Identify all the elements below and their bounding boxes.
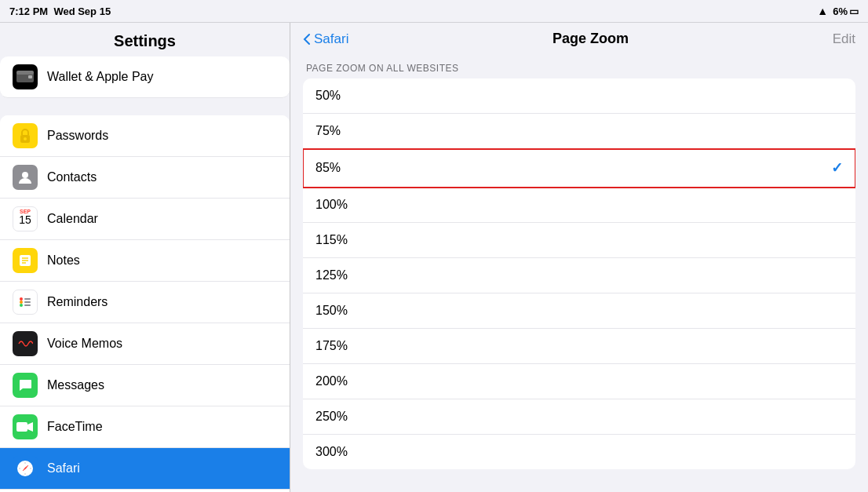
facetime-icon bbox=[13, 414, 38, 439]
group-separator-1 bbox=[0, 100, 290, 115]
sidebar-label-notes: Notes bbox=[47, 253, 80, 268]
svg-rect-15 bbox=[24, 304, 31, 306]
zoom-option-175[interactable]: 175% bbox=[303, 329, 855, 364]
zoom-option-150[interactable]: 150% bbox=[303, 293, 855, 329]
sidebar-item-reminders[interactable]: Reminders bbox=[0, 282, 290, 323]
zoom-label-85: 85% bbox=[315, 161, 341, 175]
svg-point-12 bbox=[20, 304, 23, 307]
contacts-icon bbox=[13, 165, 38, 190]
svg-rect-16 bbox=[16, 422, 27, 432]
zoom-option-250[interactable]: 250% bbox=[303, 399, 855, 435]
sidebar: Settings Wallet & Apple Pay Passwords bbox=[0, 23, 290, 492]
zoom-label-200: 200% bbox=[315, 374, 348, 388]
section-header: PAGE ZOOM ON ALL WEBSITES bbox=[306, 63, 855, 74]
zoom-label-115: 115% bbox=[315, 233, 348, 247]
battery-level: 6% ▭ bbox=[833, 5, 859, 17]
sidebar-list: Wallet & Apple Pay Passwords Contacts bbox=[0, 56, 290, 492]
main-layout: Settings Wallet & Apple Pay Passwords bbox=[0, 22, 868, 492]
sidebar-item-facetime[interactable]: FaceTime bbox=[0, 406, 290, 448]
sidebar-label-passwords: Passwords bbox=[47, 129, 108, 143]
sidebar-label-reminders: Reminders bbox=[47, 295, 108, 309]
sidebar-item-passwords[interactable]: Passwords bbox=[0, 115, 290, 157]
svg-rect-1 bbox=[16, 71, 34, 75]
svg-point-5 bbox=[22, 172, 28, 178]
zoom-label-150: 150% bbox=[315, 304, 348, 318]
zoom-label-50: 50% bbox=[315, 89, 341, 103]
zoom-option-115[interactable]: 115% bbox=[303, 223, 855, 258]
zoom-label-125: 125% bbox=[315, 268, 348, 282]
sidebar-item-calendar[interactable]: SEP 15 Calendar bbox=[0, 199, 290, 240]
edit-button[interactable]: Edit bbox=[833, 31, 855, 47]
svg-point-11 bbox=[20, 301, 23, 304]
passwords-icon bbox=[13, 123, 38, 148]
detail-content: PAGE ZOOM ON ALL WEBSITES 50%75%85%✓100%… bbox=[290, 53, 868, 492]
zoom-label-300: 300% bbox=[315, 445, 348, 459]
zoom-checkmark: ✓ bbox=[831, 159, 843, 177]
sidebar-item-voicememos[interactable]: Voice Memos bbox=[0, 323, 290, 365]
zoom-option-300[interactable]: 300% bbox=[303, 435, 855, 469]
zoom-label-75: 75% bbox=[315, 124, 341, 138]
sidebar-label-facetime: FaceTime bbox=[47, 420, 103, 434]
calendar-icon: SEP 15 bbox=[13, 206, 38, 231]
zoom-option-50[interactable]: 50% bbox=[303, 78, 855, 114]
zoom-option-125[interactable]: 125% bbox=[303, 258, 855, 293]
notes-icon bbox=[13, 248, 38, 273]
sidebar-item-wallet[interactable]: Wallet & Apple Pay bbox=[0, 56, 290, 98]
sidebar-item-safari[interactable]: Safari bbox=[0, 448, 290, 490]
sidebar-label-safari: Safari bbox=[47, 461, 80, 476]
sidebar-label-contacts: Contacts bbox=[47, 170, 97, 184]
svg-rect-13 bbox=[24, 298, 31, 300]
battery-icon: ▭ bbox=[849, 5, 859, 17]
zoom-option-200[interactable]: 200% bbox=[303, 364, 855, 399]
status-right: ▲ 6% ▭ bbox=[817, 5, 859, 17]
back-button[interactable]: Safari bbox=[303, 31, 348, 47]
sidebar-label-messages: Messages bbox=[47, 378, 104, 392]
zoom-label-175: 175% bbox=[315, 339, 348, 353]
sidebar-title: Settings bbox=[0, 23, 290, 56]
sidebar-group-apps: Passwords Contacts SEP 15 Calendar bbox=[0, 115, 290, 492]
safari-icon bbox=[13, 456, 38, 481]
detail-panel: Safari Page Zoom Edit PAGE ZOOM ON ALL W… bbox=[290, 23, 868, 492]
svg-rect-14 bbox=[24, 301, 31, 303]
sidebar-item-notes[interactable]: Notes bbox=[0, 240, 290, 282]
back-label: Safari bbox=[314, 31, 348, 47]
status-bar: 7:12 PM Wed Sep 15 ▲ 6% ▭ bbox=[0, 0, 868, 22]
zoom-label-100: 100% bbox=[315, 198, 348, 212]
zoom-list: 50%75%85%✓100%115%125%150%175%200%250%30… bbox=[303, 78, 855, 469]
sidebar-label-voicememos: Voice Memos bbox=[47, 337, 122, 351]
status-time: 7:12 PM Wed Sep 15 bbox=[9, 5, 111, 17]
wifi-icon: ▲ bbox=[817, 5, 828, 17]
svg-rect-2 bbox=[28, 75, 32, 78]
voicememos-icon bbox=[13, 331, 38, 356]
detail-nav: Safari Page Zoom Edit bbox=[290, 23, 868, 53]
zoom-label-250: 250% bbox=[315, 410, 348, 424]
sidebar-label-calendar: Calendar bbox=[47, 212, 98, 226]
zoom-option-85[interactable]: 85%✓ bbox=[303, 149, 855, 188]
sidebar-label-wallet: Wallet & Apple Pay bbox=[47, 70, 153, 84]
sidebar-item-contacts[interactable]: Contacts bbox=[0, 157, 290, 199]
detail-title: Page Zoom bbox=[553, 31, 629, 47]
svg-point-10 bbox=[20, 297, 23, 301]
svg-point-4 bbox=[24, 137, 27, 140]
zoom-option-100[interactable]: 100% bbox=[303, 188, 855, 223]
zoom-option-75[interactable]: 75% bbox=[303, 114, 855, 149]
sidebar-item-messages[interactable]: Messages bbox=[0, 365, 290, 406]
reminders-icon bbox=[13, 290, 38, 315]
messages-icon bbox=[13, 373, 38, 398]
wallet-icon bbox=[13, 64, 38, 89]
